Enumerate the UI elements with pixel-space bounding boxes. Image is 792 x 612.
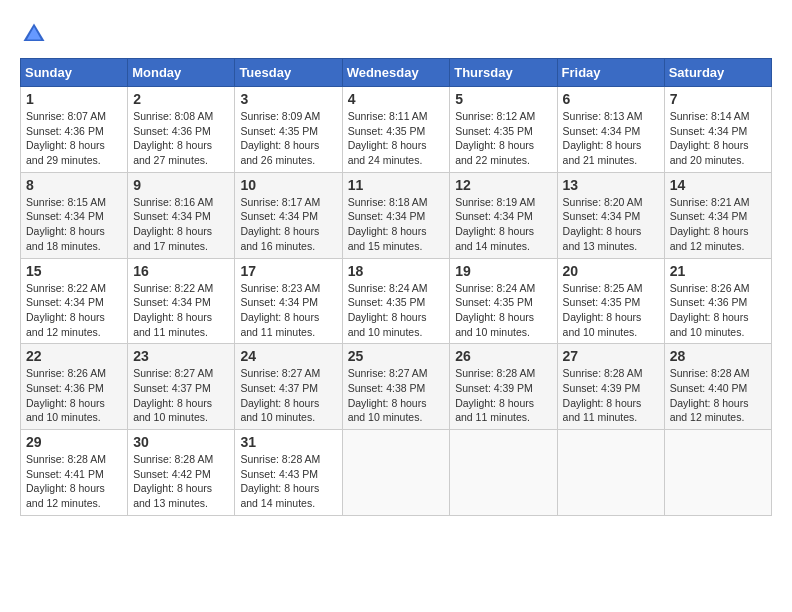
calendar-cell: 15Sunrise: 8:22 AMSunset: 4:34 PMDayligh…	[21, 258, 128, 344]
logo	[20, 20, 52, 48]
day-info: Sunrise: 8:11 AMSunset: 4:35 PMDaylight:…	[348, 109, 445, 168]
day-info: Sunrise: 8:28 AMSunset: 4:41 PMDaylight:…	[26, 452, 122, 511]
day-info: Sunrise: 8:28 AMSunset: 4:39 PMDaylight:…	[563, 366, 659, 425]
calendar-header-row: SundayMondayTuesdayWednesdayThursdayFrid…	[21, 59, 772, 87]
calendar-cell: 16Sunrise: 8:22 AMSunset: 4:34 PMDayligh…	[128, 258, 235, 344]
day-info: Sunrise: 8:22 AMSunset: 4:34 PMDaylight:…	[26, 281, 122, 340]
day-number: 28	[670, 348, 766, 364]
calendar-week-row: 29Sunrise: 8:28 AMSunset: 4:41 PMDayligh…	[21, 430, 772, 516]
weekday-header: Wednesday	[342, 59, 450, 87]
day-info: Sunrise: 8:20 AMSunset: 4:34 PMDaylight:…	[563, 195, 659, 254]
weekday-header: Monday	[128, 59, 235, 87]
calendar-cell: 31Sunrise: 8:28 AMSunset: 4:43 PMDayligh…	[235, 430, 342, 516]
day-number: 30	[133, 434, 229, 450]
page-header	[20, 20, 772, 48]
calendar-cell: 4Sunrise: 8:11 AMSunset: 4:35 PMDaylight…	[342, 87, 450, 173]
calendar-cell: 20Sunrise: 8:25 AMSunset: 4:35 PMDayligh…	[557, 258, 664, 344]
calendar-cell: 2Sunrise: 8:08 AMSunset: 4:36 PMDaylight…	[128, 87, 235, 173]
day-info: Sunrise: 8:28 AMSunset: 4:39 PMDaylight:…	[455, 366, 551, 425]
day-info: Sunrise: 8:15 AMSunset: 4:34 PMDaylight:…	[26, 195, 122, 254]
day-info: Sunrise: 8:16 AMSunset: 4:34 PMDaylight:…	[133, 195, 229, 254]
day-number: 3	[240, 91, 336, 107]
day-info: Sunrise: 8:27 AMSunset: 4:38 PMDaylight:…	[348, 366, 445, 425]
calendar-cell: 8Sunrise: 8:15 AMSunset: 4:34 PMDaylight…	[21, 172, 128, 258]
day-number: 7	[670, 91, 766, 107]
day-number: 15	[26, 263, 122, 279]
day-info: Sunrise: 8:18 AMSunset: 4:34 PMDaylight:…	[348, 195, 445, 254]
day-number: 29	[26, 434, 122, 450]
calendar-cell: 17Sunrise: 8:23 AMSunset: 4:34 PMDayligh…	[235, 258, 342, 344]
day-number: 27	[563, 348, 659, 364]
day-number: 16	[133, 263, 229, 279]
calendar-cell	[450, 430, 557, 516]
day-number: 1	[26, 91, 122, 107]
calendar-cell: 10Sunrise: 8:17 AMSunset: 4:34 PMDayligh…	[235, 172, 342, 258]
weekday-header: Friday	[557, 59, 664, 87]
calendar-week-row: 1Sunrise: 8:07 AMSunset: 4:36 PMDaylight…	[21, 87, 772, 173]
day-info: Sunrise: 8:27 AMSunset: 4:37 PMDaylight:…	[133, 366, 229, 425]
calendar-cell: 7Sunrise: 8:14 AMSunset: 4:34 PMDaylight…	[664, 87, 771, 173]
day-number: 2	[133, 91, 229, 107]
calendar-cell: 19Sunrise: 8:24 AMSunset: 4:35 PMDayligh…	[450, 258, 557, 344]
day-info: Sunrise: 8:09 AMSunset: 4:35 PMDaylight:…	[240, 109, 336, 168]
calendar-cell: 5Sunrise: 8:12 AMSunset: 4:35 PMDaylight…	[450, 87, 557, 173]
calendar-cell: 23Sunrise: 8:27 AMSunset: 4:37 PMDayligh…	[128, 344, 235, 430]
day-info: Sunrise: 8:25 AMSunset: 4:35 PMDaylight:…	[563, 281, 659, 340]
day-info: Sunrise: 8:08 AMSunset: 4:36 PMDaylight:…	[133, 109, 229, 168]
day-info: Sunrise: 8:28 AMSunset: 4:43 PMDaylight:…	[240, 452, 336, 511]
day-number: 24	[240, 348, 336, 364]
day-number: 11	[348, 177, 445, 193]
calendar-cell: 29Sunrise: 8:28 AMSunset: 4:41 PMDayligh…	[21, 430, 128, 516]
calendar-cell: 9Sunrise: 8:16 AMSunset: 4:34 PMDaylight…	[128, 172, 235, 258]
calendar-cell: 13Sunrise: 8:20 AMSunset: 4:34 PMDayligh…	[557, 172, 664, 258]
calendar-cell: 21Sunrise: 8:26 AMSunset: 4:36 PMDayligh…	[664, 258, 771, 344]
calendar-cell: 14Sunrise: 8:21 AMSunset: 4:34 PMDayligh…	[664, 172, 771, 258]
day-info: Sunrise: 8:13 AMSunset: 4:34 PMDaylight:…	[563, 109, 659, 168]
day-info: Sunrise: 8:14 AMSunset: 4:34 PMDaylight:…	[670, 109, 766, 168]
calendar-cell: 1Sunrise: 8:07 AMSunset: 4:36 PMDaylight…	[21, 87, 128, 173]
day-number: 17	[240, 263, 336, 279]
calendar-cell: 24Sunrise: 8:27 AMSunset: 4:37 PMDayligh…	[235, 344, 342, 430]
day-number: 13	[563, 177, 659, 193]
calendar-week-row: 8Sunrise: 8:15 AMSunset: 4:34 PMDaylight…	[21, 172, 772, 258]
day-info: Sunrise: 8:22 AMSunset: 4:34 PMDaylight:…	[133, 281, 229, 340]
day-info: Sunrise: 8:26 AMSunset: 4:36 PMDaylight:…	[670, 281, 766, 340]
calendar-table: SundayMondayTuesdayWednesdayThursdayFrid…	[20, 58, 772, 516]
day-number: 22	[26, 348, 122, 364]
day-number: 14	[670, 177, 766, 193]
calendar-cell: 28Sunrise: 8:28 AMSunset: 4:40 PMDayligh…	[664, 344, 771, 430]
day-info: Sunrise: 8:21 AMSunset: 4:34 PMDaylight:…	[670, 195, 766, 254]
day-number: 23	[133, 348, 229, 364]
calendar-cell: 11Sunrise: 8:18 AMSunset: 4:34 PMDayligh…	[342, 172, 450, 258]
day-number: 5	[455, 91, 551, 107]
day-info: Sunrise: 8:28 AMSunset: 4:42 PMDaylight:…	[133, 452, 229, 511]
day-info: Sunrise: 8:07 AMSunset: 4:36 PMDaylight:…	[26, 109, 122, 168]
weekday-header: Tuesday	[235, 59, 342, 87]
logo-icon	[20, 20, 48, 48]
day-number: 9	[133, 177, 229, 193]
day-info: Sunrise: 8:23 AMSunset: 4:34 PMDaylight:…	[240, 281, 336, 340]
day-info: Sunrise: 8:28 AMSunset: 4:40 PMDaylight:…	[670, 366, 766, 425]
calendar-cell	[557, 430, 664, 516]
calendar-cell: 30Sunrise: 8:28 AMSunset: 4:42 PMDayligh…	[128, 430, 235, 516]
day-info: Sunrise: 8:17 AMSunset: 4:34 PMDaylight:…	[240, 195, 336, 254]
day-info: Sunrise: 8:24 AMSunset: 4:35 PMDaylight:…	[348, 281, 445, 340]
day-number: 6	[563, 91, 659, 107]
weekday-header: Sunday	[21, 59, 128, 87]
day-info: Sunrise: 8:12 AMSunset: 4:35 PMDaylight:…	[455, 109, 551, 168]
calendar-week-row: 22Sunrise: 8:26 AMSunset: 4:36 PMDayligh…	[21, 344, 772, 430]
day-number: 10	[240, 177, 336, 193]
calendar-cell: 18Sunrise: 8:24 AMSunset: 4:35 PMDayligh…	[342, 258, 450, 344]
day-number: 21	[670, 263, 766, 279]
calendar-week-row: 15Sunrise: 8:22 AMSunset: 4:34 PMDayligh…	[21, 258, 772, 344]
day-number: 8	[26, 177, 122, 193]
calendar-cell: 25Sunrise: 8:27 AMSunset: 4:38 PMDayligh…	[342, 344, 450, 430]
calendar-cell: 22Sunrise: 8:26 AMSunset: 4:36 PMDayligh…	[21, 344, 128, 430]
calendar-cell: 3Sunrise: 8:09 AMSunset: 4:35 PMDaylight…	[235, 87, 342, 173]
day-number: 20	[563, 263, 659, 279]
day-number: 19	[455, 263, 551, 279]
day-info: Sunrise: 8:24 AMSunset: 4:35 PMDaylight:…	[455, 281, 551, 340]
day-info: Sunrise: 8:27 AMSunset: 4:37 PMDaylight:…	[240, 366, 336, 425]
calendar-cell: 27Sunrise: 8:28 AMSunset: 4:39 PMDayligh…	[557, 344, 664, 430]
day-number: 18	[348, 263, 445, 279]
